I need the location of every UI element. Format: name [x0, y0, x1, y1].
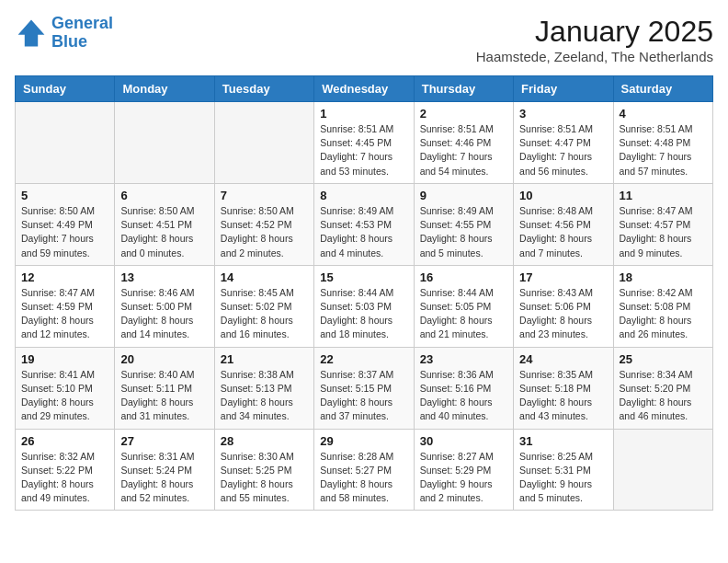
calendar-cell: 13Sunrise: 8:46 AM Sunset: 5:00 PM Dayli…: [115, 265, 214, 347]
calendar-cell: 19Sunrise: 8:41 AM Sunset: 5:10 PM Dayli…: [16, 347, 115, 429]
calendar-week-4: 19Sunrise: 8:41 AM Sunset: 5:10 PM Dayli…: [16, 347, 713, 429]
calendar-cell: 15Sunrise: 8:44 AM Sunset: 5:03 PM Dayli…: [314, 265, 414, 347]
calendar-cell: 2Sunrise: 8:51 AM Sunset: 4:46 PM Daylig…: [414, 102, 513, 184]
calendar-cell: [16, 102, 115, 184]
calendar-cell: 1Sunrise: 8:51 AM Sunset: 4:45 PM Daylig…: [314, 102, 414, 184]
calendar-cell: 8Sunrise: 8:49 AM Sunset: 4:53 PM Daylig…: [314, 183, 414, 265]
day-info: Sunrise: 8:45 AM Sunset: 5:02 PM Dayligh…: [221, 286, 308, 342]
day-number: 22: [320, 352, 407, 366]
day-info: Sunrise: 8:50 AM Sunset: 4:51 PM Dayligh…: [120, 204, 208, 260]
calendar-cell: 22Sunrise: 8:37 AM Sunset: 5:15 PM Dayli…: [314, 347, 414, 429]
day-info: Sunrise: 8:38 AM Sunset: 5:13 PM Dayligh…: [221, 368, 308, 424]
day-info: Sunrise: 8:51 AM Sunset: 4:45 PM Dayligh…: [320, 122, 407, 178]
day-info: Sunrise: 8:32 AM Sunset: 5:22 PM Dayligh…: [21, 450, 108, 506]
day-info: Sunrise: 8:34 AM Sunset: 5:20 PM Dayligh…: [620, 368, 707, 424]
calendar-cell: [613, 429, 712, 511]
weekday-header-thursday: Thursday: [414, 76, 513, 102]
day-info: Sunrise: 8:42 AM Sunset: 5:08 PM Dayligh…: [620, 286, 707, 342]
day-info: Sunrise: 8:27 AM Sunset: 5:29 PM Dayligh…: [420, 450, 507, 506]
day-number: 31: [519, 434, 607, 448]
calendar-cell: 7Sunrise: 8:50 AM Sunset: 4:52 PM Daylig…: [214, 183, 313, 265]
calendar-cell: 27Sunrise: 8:31 AM Sunset: 5:24 PM Dayli…: [115, 429, 214, 511]
calendar-table: SundayMondayTuesdayWednesdayThursdayFrid…: [15, 75, 713, 511]
calendar-cell: 5Sunrise: 8:50 AM Sunset: 4:49 PM Daylig…: [16, 183, 115, 265]
logo-icon: [15, 17, 48, 50]
day-info: Sunrise: 8:47 AM Sunset: 4:59 PM Dayligh…: [21, 286, 108, 342]
calendar-week-3: 12Sunrise: 8:47 AM Sunset: 4:59 PM Dayli…: [16, 265, 713, 347]
calendar-cell: 24Sunrise: 8:35 AM Sunset: 5:18 PM Dayli…: [514, 347, 613, 429]
calendar-cell: 16Sunrise: 8:44 AM Sunset: 5:05 PM Dayli…: [414, 265, 513, 347]
calendar-cell: 29Sunrise: 8:28 AM Sunset: 5:27 PM Dayli…: [314, 429, 414, 511]
calendar-cell: 28Sunrise: 8:30 AM Sunset: 5:25 PM Dayli…: [214, 429, 313, 511]
calendar-cell: [115, 102, 214, 184]
day-info: Sunrise: 8:36 AM Sunset: 5:16 PM Dayligh…: [420, 368, 507, 424]
day-number: 1: [320, 107, 407, 121]
calendar-cell: 4Sunrise: 8:51 AM Sunset: 4:48 PM Daylig…: [613, 102, 712, 184]
weekday-header-sunday: Sunday: [16, 76, 115, 102]
calendar-cell: 12Sunrise: 8:47 AM Sunset: 4:59 PM Dayli…: [16, 265, 115, 347]
calendar-cell: 20Sunrise: 8:40 AM Sunset: 5:11 PM Dayli…: [115, 347, 214, 429]
day-number: 12: [21, 270, 108, 284]
day-info: Sunrise: 8:31 AM Sunset: 5:24 PM Dayligh…: [120, 450, 208, 506]
day-number: 17: [519, 270, 607, 284]
day-info: Sunrise: 8:35 AM Sunset: 5:18 PM Dayligh…: [519, 368, 607, 424]
day-info: Sunrise: 8:30 AM Sunset: 5:25 PM Dayligh…: [221, 450, 308, 506]
calendar-cell: 21Sunrise: 8:38 AM Sunset: 5:13 PM Dayli…: [214, 347, 313, 429]
day-number: 7: [221, 189, 308, 202]
day-info: Sunrise: 8:49 AM Sunset: 4:53 PM Dayligh…: [320, 204, 407, 260]
day-info: Sunrise: 8:50 AM Sunset: 4:49 PM Dayligh…: [21, 204, 108, 260]
calendar-cell: 23Sunrise: 8:36 AM Sunset: 5:16 PM Dayli…: [414, 347, 513, 429]
day-number: 26: [21, 434, 108, 448]
day-info: Sunrise: 8:28 AM Sunset: 5:27 PM Dayligh…: [320, 450, 407, 506]
calendar-cell: 3Sunrise: 8:51 AM Sunset: 4:47 PM Daylig…: [514, 102, 613, 184]
day-info: Sunrise: 8:46 AM Sunset: 5:00 PM Dayligh…: [120, 286, 208, 342]
day-number: 24: [519, 352, 607, 366]
day-number: 9: [420, 189, 507, 202]
logo-text: General Blue: [51, 15, 113, 52]
day-number: 3: [519, 107, 607, 121]
day-info: Sunrise: 8:50 AM Sunset: 4:52 PM Dayligh…: [221, 204, 308, 260]
weekday-header-row: SundayMondayTuesdayWednesdayThursdayFrid…: [16, 76, 713, 102]
calendar-cell: 18Sunrise: 8:42 AM Sunset: 5:08 PM Dayli…: [613, 265, 712, 347]
weekday-header-monday: Monday: [115, 76, 214, 102]
day-info: Sunrise: 8:44 AM Sunset: 5:03 PM Dayligh…: [320, 286, 407, 342]
day-info: Sunrise: 8:51 AM Sunset: 4:48 PM Dayligh…: [620, 122, 707, 178]
day-info: Sunrise: 8:47 AM Sunset: 4:57 PM Dayligh…: [620, 204, 707, 260]
day-number: 8: [320, 189, 407, 202]
calendar-cell: 26Sunrise: 8:32 AM Sunset: 5:22 PM Dayli…: [16, 429, 115, 511]
logo: General Blue: [15, 15, 113, 52]
calendar-cell: 31Sunrise: 8:25 AM Sunset: 5:31 PM Dayli…: [514, 429, 613, 511]
calendar-cell: 30Sunrise: 8:27 AM Sunset: 5:29 PM Dayli…: [414, 429, 513, 511]
day-number: 11: [620, 189, 707, 202]
day-number: 14: [221, 270, 308, 284]
day-number: 30: [420, 434, 507, 448]
page-header: General Blue January 2025 Haamstede, Zee…: [15, 15, 713, 64]
calendar-cell: 14Sunrise: 8:45 AM Sunset: 5:02 PM Dayli…: [214, 265, 313, 347]
title-block: January 2025 Haamstede, Zeeland, The Net…: [476, 15, 713, 64]
month-year: January 2025: [476, 15, 713, 49]
day-number: 28: [221, 434, 308, 448]
day-info: Sunrise: 8:48 AM Sunset: 4:56 PM Dayligh…: [519, 204, 607, 260]
day-number: 25: [620, 352, 707, 366]
calendar-cell: 17Sunrise: 8:43 AM Sunset: 5:06 PM Dayli…: [514, 265, 613, 347]
calendar-cell: 9Sunrise: 8:49 AM Sunset: 4:55 PM Daylig…: [414, 183, 513, 265]
calendar-cell: 25Sunrise: 8:34 AM Sunset: 5:20 PM Dayli…: [613, 347, 712, 429]
day-number: 29: [320, 434, 407, 448]
day-info: Sunrise: 8:44 AM Sunset: 5:05 PM Dayligh…: [420, 286, 507, 342]
calendar-cell: 10Sunrise: 8:48 AM Sunset: 4:56 PM Dayli…: [514, 183, 613, 265]
day-number: 2: [420, 107, 507, 121]
weekday-header-wednesday: Wednesday: [314, 76, 414, 102]
day-number: 27: [120, 434, 208, 448]
calendar-cell: [214, 102, 313, 184]
day-info: Sunrise: 8:49 AM Sunset: 4:55 PM Dayligh…: [420, 204, 507, 260]
day-number: 18: [620, 270, 707, 284]
day-info: Sunrise: 8:43 AM Sunset: 5:06 PM Dayligh…: [519, 286, 607, 342]
day-info: Sunrise: 8:41 AM Sunset: 5:10 PM Dayligh…: [21, 368, 108, 424]
day-info: Sunrise: 8:37 AM Sunset: 5:15 PM Dayligh…: [320, 368, 407, 424]
svg-marker-0: [18, 19, 45, 46]
weekday-header-friday: Friday: [514, 76, 613, 102]
weekday-header-tuesday: Tuesday: [214, 76, 313, 102]
day-info: Sunrise: 8:51 AM Sunset: 4:47 PM Dayligh…: [519, 122, 607, 178]
day-number: 5: [21, 189, 108, 202]
day-number: 4: [620, 107, 707, 121]
